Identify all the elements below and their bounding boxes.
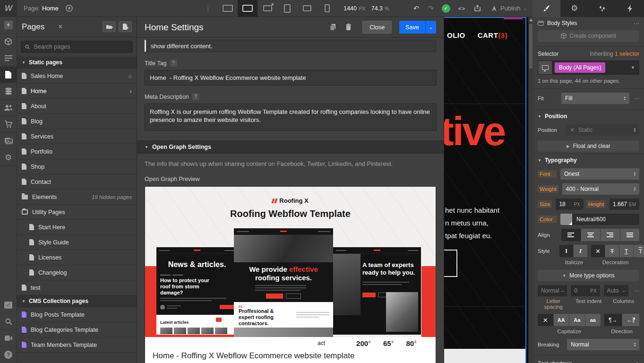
columns-options-icon[interactable]: ⋯ <box>634 287 640 294</box>
pages-icon[interactable] <box>0 67 17 83</box>
page-row-style-guide[interactable]: Style Guide <box>17 235 137 250</box>
ecommerce-icon[interactable] <box>0 116 17 133</box>
chevron-right-icon[interactable]: › <box>129 87 132 95</box>
scrollbar-thumb[interactable] <box>529 24 532 69</box>
capitalize-none-button[interactable]: ✕ <box>538 314 553 326</box>
delete-page-icon[interactable] <box>343 24 354 31</box>
search-icon[interactable] <box>0 313 17 330</box>
breakpoint-laptop[interactable]: ★ <box>258 0 277 17</box>
help-badge-icon[interactable]: ? <box>192 93 199 100</box>
folder-row-elements[interactable]: Elements19 hidden pages <box>17 190 137 205</box>
close-button[interactable]: Close <box>362 21 392 34</box>
nav-cart-link[interactable]: CART(3) <box>478 31 508 39</box>
webflow-logo[interactable]: W <box>0 0 17 17</box>
italic-on-button[interactable]: I <box>574 245 587 257</box>
float-and-clear-toggle[interactable]: ▶Float and clear <box>538 140 639 152</box>
export-code-icon[interactable]: <> <box>454 6 470 11</box>
components-icon[interactable] <box>0 34 17 50</box>
align-center-button[interactable] <box>581 229 601 241</box>
open-graph-section-header[interactable]: ▼ Open Graph Settings <box>137 140 444 154</box>
inheritance-info[interactable]: Inheriting 1 selector <box>590 51 639 57</box>
uppercase-button[interactable]: AA <box>554 314 569 326</box>
page-row-contact[interactable]: Contact <box>17 174 137 190</box>
lowercase-button[interactable]: aa <box>585 314 601 326</box>
breakpoint-desktop[interactable] <box>238 0 258 17</box>
panel-menu-icon[interactable]: ⋯ <box>633 20 639 27</box>
canvas-scrollbar[interactable] <box>528 17 533 363</box>
page-row-licenses[interactable]: Licenses <box>17 250 137 265</box>
columns-input[interactable]: Auto– <box>604 285 628 296</box>
users-icon[interactable] <box>0 100 17 116</box>
share-icon[interactable] <box>470 5 485 12</box>
capitalize-button[interactable]: Aa <box>569 314 585 326</box>
add-text-shadow-icon[interactable]: + <box>635 360 639 363</box>
breakpoint-tablet[interactable] <box>277 0 297 17</box>
tab-styles[interactable] <box>532 0 560 17</box>
page-row-test[interactable]: test <box>17 280 137 295</box>
page-row-blog[interactable]: Blog <box>17 114 137 129</box>
page-row-sales-home[interactable]: Sales Home⌂ <box>17 69 137 84</box>
canvas-dimensions[interactable]: 1440 PX 74.3 % <box>337 5 396 12</box>
align-justify-button[interactable] <box>620 229 640 241</box>
publish-button[interactable]: Publish ⌄ <box>485 5 532 12</box>
design-canvas[interactable]: OLIO CART(3) tive het nunc habitant n me… <box>444 17 528 363</box>
cms-pages-section[interactable]: ▼ CMS Collection pages <box>17 295 137 307</box>
audit-icon[interactable]: ✓ <box>0 297 17 313</box>
text-indent-input[interactable]: 0PX <box>571 285 600 296</box>
create-component-button[interactable]: Create component <box>538 30 639 42</box>
page-row-blog-categories-template[interactable]: Blog Categories Template <box>17 322 137 337</box>
text-color-picker[interactable]: Neutral/600 <box>560 214 639 225</box>
color-swatch[interactable] <box>560 214 573 225</box>
align-right-button[interactable] <box>601 229 620 241</box>
page-row-services[interactable]: Services <box>17 129 137 144</box>
selector-tag[interactable]: Body (All Pages) <box>555 62 605 73</box>
page-row-start-here[interactable]: Start Here <box>17 220 137 235</box>
direction-rtl-button[interactable]: ¶→ <box>622 314 639 326</box>
weight-select[interactable]: 400 - Normal▴▾ <box>562 183 639 195</box>
page-row-about[interactable]: About <box>17 99 137 114</box>
meta-description-textarea[interactable]: Roffing X is our premium roffing Webflow… <box>145 104 437 131</box>
white-section-partial[interactable] <box>444 349 526 363</box>
letter-spacing-input[interactable]: Normal– <box>538 285 567 296</box>
tab-settings[interactable]: ⚙ <box>560 0 588 17</box>
overline-button[interactable]: T <box>634 245 644 257</box>
position-section-header[interactable]: ▼Position <box>533 110 644 122</box>
page-row-changelog[interactable]: Changelog <box>17 265 137 280</box>
search-pages-input[interactable] <box>33 43 129 51</box>
breakpoint-desktop-large[interactable] <box>218 0 238 17</box>
position-select[interactable]: ✕Static▴▾ <box>566 124 639 136</box>
more-options-icon[interactable]: ⋮ <box>198 5 218 12</box>
breaking-select[interactable]: Normal▴▾ <box>567 339 639 350</box>
pages-search[interactable] <box>21 41 133 53</box>
undo-icon[interactable]: ↶ <box>409 4 424 13</box>
nav-portfolio-partial[interactable]: OLIO <box>447 31 465 39</box>
help-icon[interactable]: ? <box>0 346 17 363</box>
italic-off-button[interactable]: I <box>559 245 573 257</box>
breakpoint-phone[interactable] <box>317 0 337 17</box>
page-row-shop[interactable]: Shop <box>17 159 137 174</box>
chevron-down-icon[interactable]: ▼ <box>631 65 635 70</box>
typography-section-header[interactable]: ▼Typography <box>533 154 644 166</box>
video-tutorials-icon[interactable] <box>0 330 17 346</box>
height-input[interactable]: 1.667EM <box>610 199 639 210</box>
decoration-none-button[interactable]: ✕ <box>591 245 605 257</box>
title-tag-input[interactable] <box>145 70 437 86</box>
fit-options-icon[interactable]: ⋯ <box>634 95 640 102</box>
hero-headline-partial[interactable]: tive <box>444 108 505 155</box>
cms-icon[interactable] <box>0 83 17 100</box>
folder-row-utility-pages[interactable]: Utility Pages <box>17 205 137 220</box>
help-badge-icon[interactable]: ? <box>170 60 177 67</box>
direction-ltr-button[interactable]: ¶→ <box>604 314 621 326</box>
new-folder-button[interactable] <box>103 21 116 32</box>
fit-select[interactable]: Fill▴▾ <box>561 93 629 104</box>
settings-icon[interactable]: ⚙ <box>0 149 17 166</box>
scroll-up-icon[interactable] <box>529 18 533 21</box>
page-row-home[interactable]: Home› <box>17 84 137 99</box>
underline-button[interactable]: T <box>619 245 633 257</box>
hero-paragraph-partial[interactable]: het nunc habitant n metus urna, tpat feu… <box>445 204 499 242</box>
static-pages-section[interactable]: ▼ Static pages <box>17 57 137 69</box>
save-options-chevron-icon[interactable]: ⌄ <box>426 25 436 30</box>
strikethrough-button[interactable]: T <box>605 245 619 257</box>
save-button[interactable]: Save ⌄ <box>399 21 436 34</box>
more-type-options-toggle[interactable]: ▼More type options <box>538 270 639 281</box>
